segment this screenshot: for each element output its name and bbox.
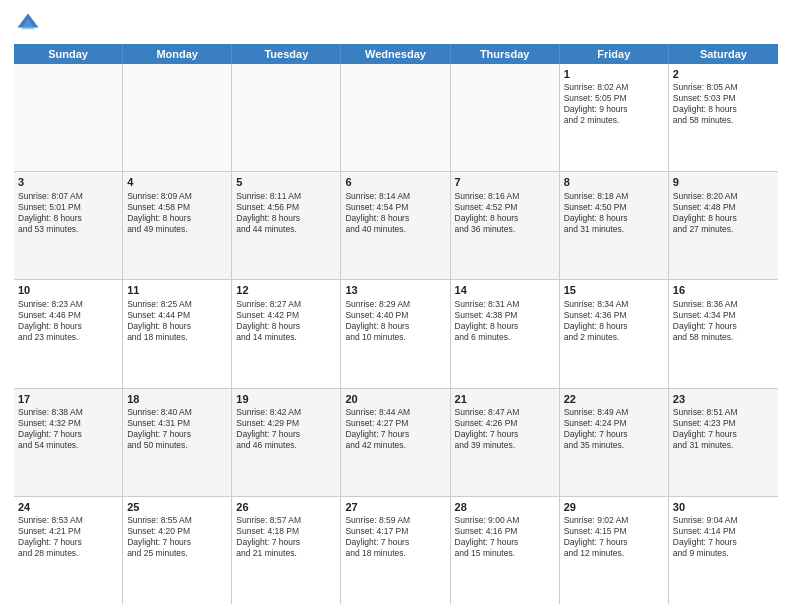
page: SundayMondayTuesdayWednesdayThursdayFrid… bbox=[0, 0, 792, 612]
day-info-line: Sunset: 4:14 PM bbox=[673, 526, 774, 537]
day-number: 9 bbox=[673, 175, 774, 189]
day-info-line: Sunrise: 8:31 AM bbox=[455, 299, 555, 310]
cal-cell bbox=[14, 64, 123, 171]
cal-cell bbox=[341, 64, 450, 171]
week-row-1: 1Sunrise: 8:02 AMSunset: 5:05 PMDaylight… bbox=[14, 64, 778, 172]
day-number: 21 bbox=[455, 392, 555, 406]
day-number: 2 bbox=[673, 67, 774, 81]
day-info-line: Daylight: 9 hours bbox=[564, 104, 664, 115]
cal-cell: 27Sunrise: 8:59 AMSunset: 4:17 PMDayligh… bbox=[341, 497, 450, 604]
day-info-line: Sunset: 4:48 PM bbox=[673, 202, 774, 213]
day-info-line: Daylight: 7 hours bbox=[673, 429, 774, 440]
logo-icon bbox=[14, 10, 42, 38]
day-info-line: and 10 minutes. bbox=[345, 332, 445, 343]
day-info-line: Daylight: 8 hours bbox=[564, 321, 664, 332]
day-info-line: Sunrise: 8:36 AM bbox=[673, 299, 774, 310]
calendar: SundayMondayTuesdayWednesdayThursdayFrid… bbox=[14, 44, 778, 604]
day-info-line: Sunrise: 8:27 AM bbox=[236, 299, 336, 310]
day-number: 19 bbox=[236, 392, 336, 406]
week-row-4: 17Sunrise: 8:38 AMSunset: 4:32 PMDayligh… bbox=[14, 389, 778, 497]
header bbox=[14, 10, 778, 38]
day-info-line: Sunrise: 8:14 AM bbox=[345, 191, 445, 202]
day-info-line: Sunset: 4:31 PM bbox=[127, 418, 227, 429]
day-info-line: Sunrise: 8:47 AM bbox=[455, 407, 555, 418]
cal-cell: 21Sunrise: 8:47 AMSunset: 4:26 PMDayligh… bbox=[451, 389, 560, 496]
day-info-line: Sunset: 4:40 PM bbox=[345, 310, 445, 321]
cal-cell: 10Sunrise: 8:23 AMSunset: 4:46 PMDayligh… bbox=[14, 280, 123, 387]
day-info-line: Daylight: 8 hours bbox=[127, 321, 227, 332]
day-info-line: Daylight: 7 hours bbox=[236, 429, 336, 440]
day-info-line: Sunset: 4:18 PM bbox=[236, 526, 336, 537]
day-number: 8 bbox=[564, 175, 664, 189]
cal-cell: 18Sunrise: 8:40 AMSunset: 4:31 PMDayligh… bbox=[123, 389, 232, 496]
day-info-line: and 49 minutes. bbox=[127, 224, 227, 235]
day-info-line: Sunset: 4:38 PM bbox=[455, 310, 555, 321]
day-number: 11 bbox=[127, 283, 227, 297]
day-info-line: Sunrise: 8:18 AM bbox=[564, 191, 664, 202]
day-info-line: Daylight: 7 hours bbox=[564, 537, 664, 548]
cal-cell: 12Sunrise: 8:27 AMSunset: 4:42 PMDayligh… bbox=[232, 280, 341, 387]
day-info-line: Sunset: 4:42 PM bbox=[236, 310, 336, 321]
day-info-line: and 50 minutes. bbox=[127, 440, 227, 451]
day-info-line: Daylight: 7 hours bbox=[127, 429, 227, 440]
day-info-line: Sunrise: 9:02 AM bbox=[564, 515, 664, 526]
day-info-line: and 27 minutes. bbox=[673, 224, 774, 235]
week-row-3: 10Sunrise: 8:23 AMSunset: 4:46 PMDayligh… bbox=[14, 280, 778, 388]
day-info-line: Sunrise: 8:23 AM bbox=[18, 299, 118, 310]
day-number: 4 bbox=[127, 175, 227, 189]
day-info-line: and 6 minutes. bbox=[455, 332, 555, 343]
day-info-line: Sunset: 4:32 PM bbox=[18, 418, 118, 429]
week-row-5: 24Sunrise: 8:53 AMSunset: 4:21 PMDayligh… bbox=[14, 497, 778, 604]
day-info-line: Sunrise: 8:29 AM bbox=[345, 299, 445, 310]
calendar-header: SundayMondayTuesdayWednesdayThursdayFrid… bbox=[14, 44, 778, 64]
day-header-monday: Monday bbox=[123, 44, 232, 64]
day-info-line: Sunset: 4:50 PM bbox=[564, 202, 664, 213]
day-info-line: Daylight: 8 hours bbox=[455, 213, 555, 224]
day-info-line: Daylight: 8 hours bbox=[345, 213, 445, 224]
day-info-line: and 21 minutes. bbox=[236, 548, 336, 559]
day-info-line: and 18 minutes. bbox=[127, 332, 227, 343]
day-info-line: Sunset: 4:29 PM bbox=[236, 418, 336, 429]
cal-cell: 19Sunrise: 8:42 AMSunset: 4:29 PMDayligh… bbox=[232, 389, 341, 496]
day-info-line: Sunset: 4:16 PM bbox=[455, 526, 555, 537]
day-info-line: and 36 minutes. bbox=[455, 224, 555, 235]
day-number: 14 bbox=[455, 283, 555, 297]
cal-cell: 4Sunrise: 8:09 AMSunset: 4:58 PMDaylight… bbox=[123, 172, 232, 279]
day-number: 17 bbox=[18, 392, 118, 406]
day-info-line: and 28 minutes. bbox=[18, 548, 118, 559]
day-info-line: Daylight: 8 hours bbox=[345, 321, 445, 332]
day-info-line: Daylight: 7 hours bbox=[673, 321, 774, 332]
day-info-line: and 25 minutes. bbox=[127, 548, 227, 559]
cal-cell: 6Sunrise: 8:14 AMSunset: 4:54 PMDaylight… bbox=[341, 172, 450, 279]
day-info-line: Daylight: 8 hours bbox=[18, 213, 118, 224]
day-info-line: Daylight: 8 hours bbox=[455, 321, 555, 332]
day-info-line: and 23 minutes. bbox=[18, 332, 118, 343]
day-info-line: and 18 minutes. bbox=[345, 548, 445, 559]
day-info-line: Daylight: 8 hours bbox=[673, 213, 774, 224]
day-info-line: Sunrise: 8:16 AM bbox=[455, 191, 555, 202]
day-info-line: Sunrise: 8:51 AM bbox=[673, 407, 774, 418]
day-info-line: Daylight: 7 hours bbox=[345, 537, 445, 548]
cal-cell: 29Sunrise: 9:02 AMSunset: 4:15 PMDayligh… bbox=[560, 497, 669, 604]
day-number: 28 bbox=[455, 500, 555, 514]
day-info-line: and 12 minutes. bbox=[564, 548, 664, 559]
day-info-line: Daylight: 7 hours bbox=[18, 429, 118, 440]
day-info-line: Sunset: 4:23 PM bbox=[673, 418, 774, 429]
day-info-line: Sunrise: 8:09 AM bbox=[127, 191, 227, 202]
day-info-line: Daylight: 8 hours bbox=[236, 321, 336, 332]
day-info-line: and 9 minutes. bbox=[673, 548, 774, 559]
day-number: 23 bbox=[673, 392, 774, 406]
day-number: 6 bbox=[345, 175, 445, 189]
day-info-line: Sunset: 4:46 PM bbox=[18, 310, 118, 321]
day-info-line: Sunset: 4:36 PM bbox=[564, 310, 664, 321]
cal-cell bbox=[451, 64, 560, 171]
day-info-line: and 31 minutes. bbox=[564, 224, 664, 235]
day-info-line: and 35 minutes. bbox=[564, 440, 664, 451]
day-number: 13 bbox=[345, 283, 445, 297]
day-info-line: and 31 minutes. bbox=[673, 440, 774, 451]
cal-cell: 9Sunrise: 8:20 AMSunset: 4:48 PMDaylight… bbox=[669, 172, 778, 279]
day-info-line: Sunset: 4:26 PM bbox=[455, 418, 555, 429]
day-number: 30 bbox=[673, 500, 774, 514]
day-info-line: Sunset: 4:15 PM bbox=[564, 526, 664, 537]
cal-cell: 17Sunrise: 8:38 AMSunset: 4:32 PMDayligh… bbox=[14, 389, 123, 496]
